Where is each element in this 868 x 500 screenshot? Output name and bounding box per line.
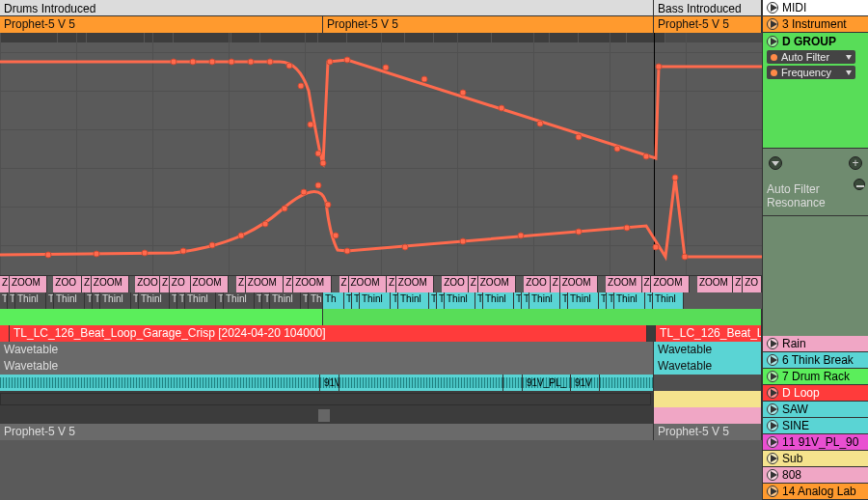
clip-thin[interactable]: T: [8, 292, 15, 309]
track-header-plk[interactable]: 11 91V_PL_90: [762, 434, 868, 451]
clip-zoom[interactable]: ZO: [743, 276, 762, 292]
d-loop-lane[interactable]: TL_LC_126_Beat_Loop_Garage_Crisp [2024-0…: [0, 325, 762, 342]
clip-thin-active[interactable]: T: [607, 292, 614, 309]
device-param-frequency[interactable]: Frequency: [767, 66, 855, 79]
locator-bass-introduced[interactable]: Bass Introduced: [654, 0, 762, 15]
play-icon[interactable]: [767, 2, 778, 14]
clip-prophet5-a[interactable]: Prophet-5 V 5: [0, 16, 323, 33]
clip-wavetable-saw-b[interactable]: Wavetable: [654, 342, 762, 358]
plk-lane[interactable]: 91V 91V_PL_ 91V: [0, 375, 762, 391]
clip-zoom[interactable]: ZOO: [442, 276, 469, 292]
clip-sub-b[interactable]: [654, 391, 762, 407]
track-header-instrument[interactable]: 3 Instrument: [762, 16, 868, 33]
clip-wavetable-sine[interactable]: Wavetable: [0, 358, 654, 375]
clip-zoom[interactable]: Z: [0, 276, 10, 292]
play-icon[interactable]: [767, 403, 778, 415]
clip-thin[interactable]: Thinl: [100, 292, 131, 309]
clip-thin-active[interactable]: Thinl: [398, 292, 429, 309]
clip-thin-active[interactable]: T: [344, 292, 352, 309]
clip-thin-active[interactable]: Thinl: [360, 292, 391, 309]
clip-thin-active[interactable]: T: [599, 292, 607, 309]
clip-dloop[interactable]: TL_LC_126_Beat_Loop_Garage_Crisp [2024-0…: [10, 325, 647, 342]
clip-thin-active[interactable]: T: [429, 292, 437, 309]
play-icon[interactable]: [767, 36, 778, 47]
clip-thin-active[interactable]: T: [475, 292, 483, 309]
clip-thin[interactable]: Thinl: [185, 292, 216, 309]
play-icon[interactable]: [767, 469, 778, 481]
clip-zoom[interactable]: Z: [387, 276, 396, 292]
clip-thin[interactable]: T: [93, 292, 100, 309]
locator-drums-introduced[interactable]: Drums Introduced: [0, 0, 654, 15]
808-lane[interactable]: [0, 407, 762, 424]
add-lane-icon[interactable]: +: [849, 156, 862, 170]
clip-808[interactable]: [0, 407, 654, 424]
clip-plk[interactable]: 91V: [320, 375, 339, 391]
clip-zoom[interactable]: ZO: [170, 276, 191, 292]
chevron-down-icon[interactable]: [846, 70, 852, 75]
play-icon[interactable]: [767, 420, 778, 431]
track-header-rain[interactable]: Rain: [762, 336, 868, 352]
clip-zoom[interactable]: ZOOM: [10, 276, 47, 292]
clip-thin[interactable]: T: [255, 292, 262, 309]
sine-lane[interactable]: Wavetable Wavetable: [0, 358, 762, 375]
clip-thin-active[interactable]: T: [560, 292, 568, 309]
play-icon[interactable]: [767, 354, 778, 366]
clip-plk[interactable]: [339, 375, 503, 391]
clip-analog-b[interactable]: Prophet-5 V 5: [654, 424, 762, 440]
clip-thin[interactable]: T: [301, 292, 309, 309]
clip-plk[interactable]: [503, 375, 523, 391]
play-icon[interactable]: [767, 371, 778, 382]
track-header-saw[interactable]: SAW: [762, 402, 868, 418]
track-header-analog-lab[interactable]: 14 Analog Lab: [762, 484, 868, 500]
clip-thin[interactable]: T: [177, 292, 185, 309]
clip-zoom[interactable]: ZOOM: [349, 276, 387, 292]
clip-thin-active[interactable]: Thinl: [445, 292, 475, 309]
clip-drum[interactable]: [0, 309, 323, 325]
clip-analog[interactable]: Prophet-5 V 5: [0, 424, 654, 440]
analog-lane[interactable]: Prophet-5 V 5 Prophet-5 V 5: [0, 424, 762, 440]
clip-thin[interactable]: T: [262, 292, 270, 309]
clip-thin-active[interactable]: T: [514, 292, 522, 309]
play-icon[interactable]: [767, 387, 778, 399]
clip-dloop-b[interactable]: TL_LC_126_Beat_L: [656, 325, 762, 342]
clip-zoom[interactable]: Z: [339, 276, 349, 292]
clip-thin-active[interactable]: Thinl: [483, 292, 514, 309]
clip-zoom[interactable]: Z: [469, 276, 478, 292]
remove-lane-icon[interactable]: [854, 179, 865, 190]
clip-thin[interactable]: Thinl: [270, 292, 301, 309]
clip-thin[interactable]: Thinl: [54, 292, 85, 309]
clip-zoom[interactable]: Z: [733, 276, 743, 292]
clip-thin-active[interactable]: T: [522, 292, 529, 309]
thinkbreak-clip-row[interactable]: T T Thinl T Thinl T T Thinl T Thinl T T …: [0, 292, 762, 309]
clip-prophet5-b[interactable]: Prophet-5 V 5: [323, 16, 654, 33]
saw-lane[interactable]: Wavetable Wavetable: [0, 342, 762, 358]
clip-zoom[interactable]: ZOOM: [246, 276, 284, 292]
clip-thin[interactable]: T: [216, 292, 224, 309]
clip-thin[interactable]: T: [131, 292, 139, 309]
clip-thin-active[interactable]: T: [352, 292, 360, 309]
sub-lane[interactable]: [0, 391, 762, 407]
track-header-think-break[interactable]: 6 Think Break: [762, 352, 868, 369]
device-auto-filter[interactable]: Auto Filter: [767, 50, 855, 64]
play-icon[interactable]: [767, 486, 778, 497]
clip-thin-active[interactable]: T: [391, 292, 398, 309]
clip-zoom[interactable]: ZOOM: [651, 276, 689, 292]
fold-down-icon[interactable]: [769, 156, 782, 170]
clip-thin-active[interactable]: T: [645, 292, 653, 309]
clip-zoom[interactable]: ZOOM: [92, 276, 129, 292]
play-icon[interactable]: [767, 436, 778, 448]
clip-dloop-edge[interactable]: [0, 325, 10, 342]
clip-wavetable-sine-b[interactable]: Wavetable: [654, 358, 762, 375]
rain-clip-row[interactable]: Z ZOOM ZOO Z ZOOM ZOO Z ZO ZOOM Z ZOOM Z…: [0, 276, 762, 292]
clip-plk[interactable]: 91V: [571, 375, 600, 391]
clip-plk[interactable]: 91V_PL_: [523, 375, 571, 391]
clip-thin-active[interactable]: Thinl: [568, 292, 599, 309]
track-header-d-group[interactable]: D GROUP Auto Filter Frequency: [762, 33, 868, 149]
play-icon[interactable]: [767, 338, 778, 349]
clip-zoom[interactable]: ZOOM: [478, 276, 516, 292]
automation-param-resonance[interactable]: Auto Filter Resonance: [762, 176, 868, 216]
clip-plk[interactable]: [600, 375, 654, 391]
clip-zoom[interactable]: ZOO: [524, 276, 551, 292]
clip-zoom[interactable]: ZOOM: [293, 276, 331, 292]
clip-zoom[interactable]: ZOO: [53, 276, 82, 292]
